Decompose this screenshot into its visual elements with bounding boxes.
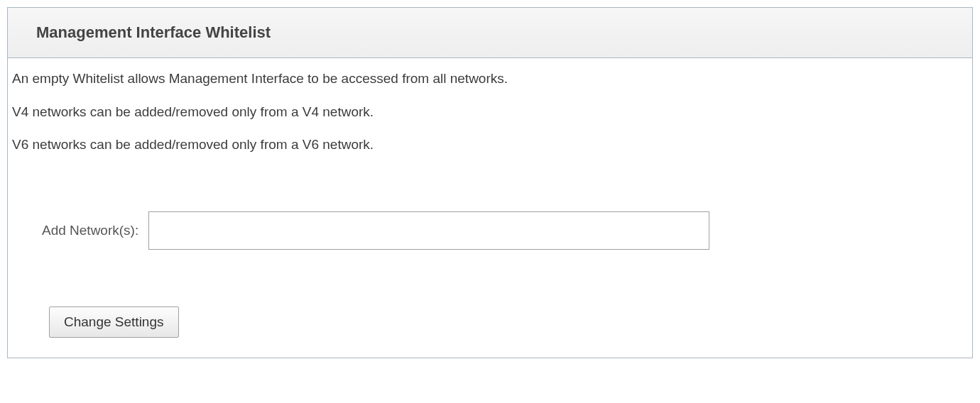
info-text-1: An empty Whitelist allows Management Int… [8,58,972,89]
add-networks-input[interactable] [148,211,709,250]
panel-body: An empty Whitelist allows Management Int… [8,58,972,358]
add-networks-label: Add Network(s): [42,223,138,238]
change-settings-button[interactable]: Change Settings [49,307,179,338]
whitelist-panel: Management Interface Whitelist An empty … [7,7,973,358]
panel-header: Management Interface Whitelist [8,8,972,58]
info-text-3: V6 networks can be added/removed only fr… [8,121,972,155]
add-networks-row: Add Network(s): [8,155,972,250]
button-row: Change Settings [8,250,972,358]
info-text-2: V4 networks can be added/removed only fr… [8,89,972,122]
panel-title: Management Interface Whitelist [36,23,271,41]
